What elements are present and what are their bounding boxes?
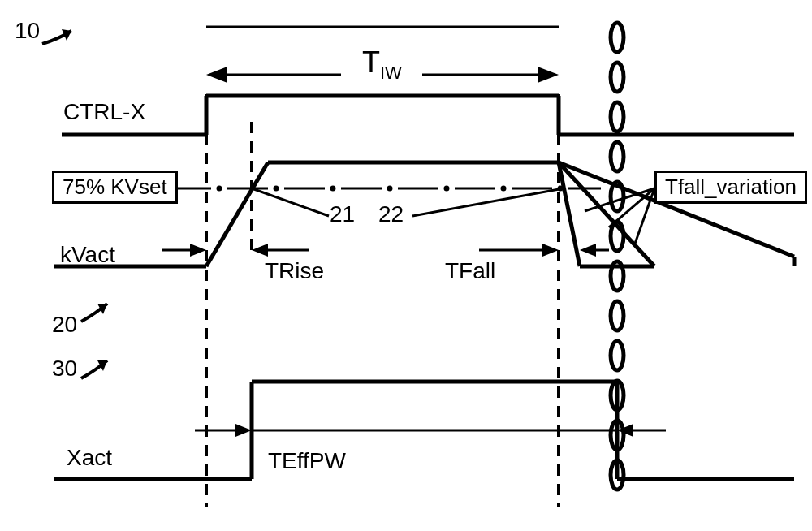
svg-point-42	[445, 187, 448, 190]
label-21: 21	[330, 201, 355, 227]
label-kvset: 75% KVset	[52, 171, 178, 204]
svg-point-10	[611, 301, 624, 330]
label-tfall-variation: Tfall_variation	[654, 171, 807, 204]
svg-point-38	[331, 187, 335, 190]
svg-point-34	[218, 187, 221, 190]
ref-20: 20	[52, 312, 77, 338]
svg-point-5	[611, 102, 624, 132]
label-teffpw: TEffPW	[268, 448, 346, 474]
svg-marker-59	[580, 244, 596, 257]
label-kvact: kVact	[60, 242, 115, 268]
svg-marker-16	[206, 67, 227, 83]
label-trise: TRise	[265, 258, 324, 284]
svg-marker-55	[252, 244, 268, 257]
svg-line-28	[559, 162, 580, 266]
svg-point-36	[274, 187, 278, 190]
label-xact: Xact	[67, 445, 112, 471]
svg-marker-66	[235, 424, 252, 437]
svg-marker-19	[538, 67, 559, 83]
label-tiw: TIW	[362, 45, 402, 84]
svg-line-49	[412, 188, 564, 216]
svg-line-48	[252, 188, 329, 216]
timing-diagram	[0, 0, 812, 531]
svg-point-11	[611, 341, 624, 370]
ref-30: 30	[52, 356, 77, 382]
svg-marker-53	[190, 244, 206, 257]
svg-marker-57	[542, 244, 559, 257]
ref-10: 10	[15, 18, 40, 44]
svg-point-40	[388, 187, 391, 190]
svg-point-4	[611, 63, 624, 92]
svg-point-44	[502, 187, 505, 190]
svg-point-6	[611, 142, 624, 171]
label-ctrl-x: CTRL-X	[63, 99, 145, 125]
svg-point-3	[611, 23, 624, 52]
label-22: 22	[378, 201, 404, 227]
label-tfall: TFall	[445, 258, 495, 284]
